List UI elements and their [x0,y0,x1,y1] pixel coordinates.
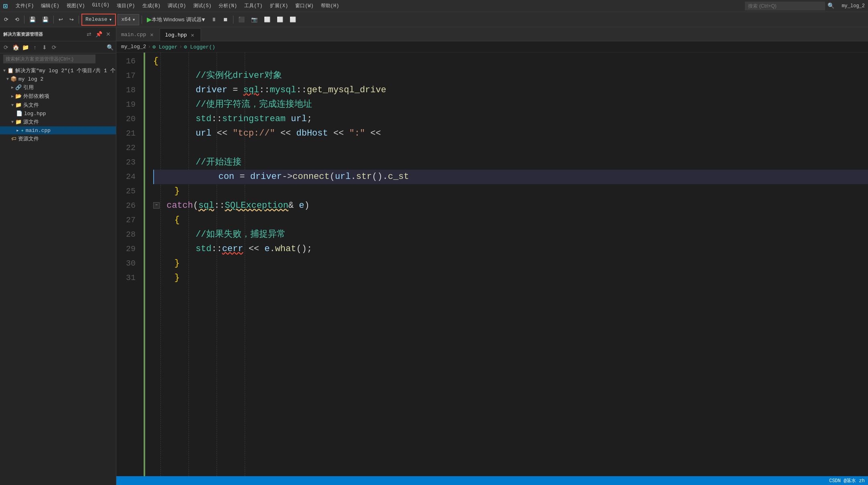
main-cpp-indent: ▸ [16,127,19,134]
menu-ext[interactable]: 扩展(X) [267,2,292,10]
code-line-23: //开始连接 [153,155,868,170]
ext-dep-label: 外部依赖项 [23,93,49,100]
tab-main-cpp-close[interactable]: ✕ [148,32,155,38]
global-search-input[interactable] [745,2,825,10]
tree-log-hpp[interactable]: 📄 log.hpp [0,110,116,118]
sidebar-tool-1[interactable]: ⟳ [2,43,10,52]
stop-btn[interactable]: ⏹ [221,14,231,25]
code-editor[interactable]: 16 17 18 19 20 21 22 23 24 25 26 27 28 2… [116,53,868,476]
line-num-22: 22 [116,141,136,155]
menu-project[interactable]: 项目(P) [114,2,138,10]
project-icon: 📦 [10,76,17,82]
headers-icon: 📁 [15,102,22,108]
code-line-25: } [153,184,868,199]
line-num-26: 26 [116,199,136,213]
search-icon: 🔍 [825,2,837,9]
forward-btn[interactable]: ⟲ [12,14,22,25]
ext-dep-icon: 📂 [15,93,22,99]
code-24-content: con = driver->connect(url.str().c_st [154,172,409,182]
sidebar-search-toggle[interactable]: 🔍 [105,43,114,52]
code-line-24: con = driver->connect(url.str().c_st [153,170,868,184]
tree-sources[interactable]: ▼ 📁 源文件 [0,118,116,126]
code-line-29: std::cerr << e.what(); [153,242,868,256]
sources-label: 源文件 [23,118,39,126]
misc-btn-4[interactable]: ⬜ [274,14,286,25]
line-num-17: 17 [116,69,136,83]
code-line-19: //使用字符流，完成连接地址 [153,97,868,112]
headers-label: 头文件 [23,101,39,109]
menu-bar: 文件(F) 编辑(E) 视图(V) Git(G) 项目(P) 生成(B) 调试(… [12,2,343,10]
misc-btn-1[interactable]: ⬛ [236,14,247,25]
menu-edit[interactable]: 编辑(E) [38,2,63,10]
tab-log-hpp[interactable]: log.hpp ✕ [160,28,201,41]
menu-debug[interactable]: 调试(D) [164,2,189,10]
line-num-19: 19 [116,97,136,112]
title-bar: ⊡ 文件(F) 编辑(E) 视图(V) Git(G) 项目(P) 生成(B) 调… [0,0,868,12]
menu-analyze[interactable]: 分析(N) [215,2,240,10]
menu-git[interactable]: Git(G) [89,2,113,10]
sidebar-header-actions: ⇄ 📌 ✕ [85,30,113,39]
code-19-content: //使用字符流，完成连接地址 [153,99,312,110]
sidebar-pin-btn[interactable]: 📌 [94,30,103,39]
undo-btn[interactable]: ↩ [56,14,65,25]
menu-window[interactable]: 窗口(W) [292,2,317,10]
sidebar-tool-3[interactable]: 📁 [21,43,30,52]
tree-resource[interactable]: 🏷 资源文件 [0,134,116,143]
tab-bar: main.cpp ✕ log.hpp ✕ [116,27,868,41]
tab-main-cpp[interactable]: main.cpp ✕ [116,28,160,41]
tab-log-hpp-close[interactable]: ✕ [189,32,196,38]
sidebar-title: 解决方案资源管理器 [3,31,43,37]
release-dropdown[interactable]: Release ▾ [81,14,116,26]
project-name-title: my_log_2 [842,3,865,9]
misc-btn-2[interactable]: 📷 [249,14,260,25]
misc-btn-3[interactable]: ⬜ [262,14,273,25]
editor-gutter [140,53,148,476]
line-num-21: 21 [116,126,136,141]
tree-solution[interactable]: ▼ 📋 解决方案"my log 2"(1 个项目/共 1 个) [0,66,116,75]
redo-btn[interactable]: ↪ [67,14,76,25]
back-btn[interactable]: ⟳ [2,14,11,25]
sidebar-close-btn[interactable]: ✕ [104,30,113,39]
main-layout: 解决方案资源管理器 ⇄ 📌 ✕ ⟳ 🏠 📁 ↑ ⬇ ⟳ 🔍 ▼ [0,27,868,485]
sidebar-tool-6[interactable]: ⟳ [50,43,59,52]
sidebar-tool-2[interactable]: 🏠 [11,43,20,52]
ref-icon: 🔗 [15,84,22,91]
sidebar-tool-5[interactable]: ⬇ [40,43,49,52]
gutter-change-indicator [144,53,145,476]
fold-btn-26[interactable]: − [153,202,160,209]
tree-ext-dep[interactable]: ▶ 📂 外部依赖项 [0,92,116,101]
sidebar-sync-btn[interactable]: ⇄ [85,30,93,39]
platform-dropdown[interactable]: x64 ▾ [118,14,139,25]
vs-logo: ⊡ [3,2,8,10]
platform-label: x64 [121,16,130,22]
line-num-31: 31 [116,271,136,285]
breadcrumb-class[interactable]: ⚙ Logger [152,44,177,50]
code-content-area[interactable]: { //实例化driver对象 driver = sql::mysql::get… [148,53,868,476]
menu-tools[interactable]: 工具(T) [241,2,266,10]
run-icon: ▶ [147,16,152,23]
menu-view[interactable]: 视图(V) [63,2,88,10]
save-btn[interactable]: 💾 [27,14,38,25]
menu-build[interactable]: 生成(B) [139,2,164,10]
menu-file[interactable]: 文件(F) [12,2,37,10]
tree-ref[interactable]: ▶ 🔗 引用 [0,83,116,92]
code-line-27: { [153,213,868,227]
sidebar-tool-4[interactable]: ↑ [30,43,39,52]
line-num-20: 20 [116,112,136,126]
misc-btn-5[interactable]: ⬜ [287,14,298,25]
tree-main-cpp[interactable]: ▸ ✦ main.cpp [0,126,116,134]
pause-btn[interactable]: ⏸ [209,14,219,25]
run-debug-btn[interactable]: ▶ 本地 Windows 调试器 ▾ [144,15,207,24]
solution-arrow: ▼ [3,69,6,73]
log-hpp-label: log.hpp [24,111,46,117]
breadcrumb-method[interactable]: ⚙ Logger() [184,44,215,50]
resource-label: 资源文件 [18,135,39,142]
menu-help[interactable]: 帮助(H) [318,2,343,10]
sidebar-search-input[interactable] [3,55,95,63]
tree-headers[interactable]: ▼ 📁 头文件 [0,101,116,110]
sidebar-search-bar [0,53,116,65]
save-all-btn[interactable]: 💾 [40,14,51,25]
breadcrumb-project[interactable]: my_log_2 [121,44,146,50]
menu-test[interactable]: 测试(S) [190,2,215,10]
tree-project[interactable]: ▼ 📦 my log 2 [0,75,116,83]
